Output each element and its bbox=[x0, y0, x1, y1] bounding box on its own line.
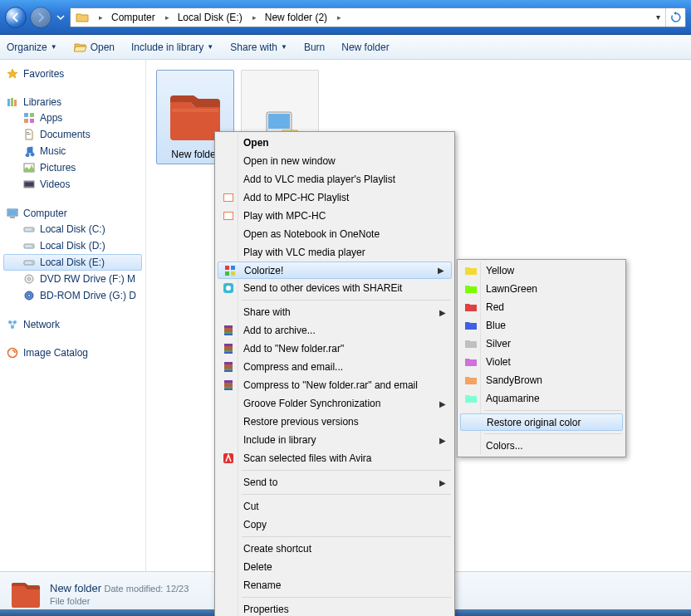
chevron-right-icon: ▶ bbox=[438, 266, 444, 275]
svg-rect-1 bbox=[11, 98, 13, 106]
star-icon bbox=[7, 68, 18, 80]
color-restore[interactable]: Restore original color bbox=[460, 413, 623, 431]
sidebar-item-documents[interactable]: Documents bbox=[0, 126, 145, 143]
libraries-group[interactable]: Libraries bbox=[0, 93, 145, 110]
ctx-play-vlc[interactable]: Play with VLC media player bbox=[217, 243, 453, 262]
svg-rect-8 bbox=[27, 134, 31, 134]
include-library-button[interactable]: Include in library ▼ bbox=[131, 42, 213, 53]
ctx-open-onenote[interactable]: Open as Notebook in OneNote bbox=[217, 225, 453, 243]
chevron-down-icon: ▼ bbox=[207, 43, 213, 51]
ctx-play-mpc[interactable]: Play with MPC-HC bbox=[217, 207, 453, 225]
shareit-icon bbox=[221, 281, 236, 296]
svg-point-46 bbox=[226, 286, 231, 291]
chevron-right-icon: ▶ bbox=[439, 308, 446, 317]
ctx-properties[interactable]: Properties bbox=[217, 600, 453, 616]
svg-rect-43 bbox=[225, 271, 229, 276]
sidebar-item-pictures[interactable]: Pictures bbox=[0, 159, 145, 176]
folder-icon bbox=[76, 11, 89, 24]
breadcrumb-folder[interactable]: New folder (2) bbox=[260, 8, 334, 27]
sidebar-item-dvd[interactable]: DVD RW Drive (F:) M bbox=[0, 271, 145, 287]
sidebar-item-bdrom[interactable]: BD-ROM Drive (G:) D bbox=[0, 287, 145, 304]
ctx-groove[interactable]: Groove Folder Synchronization▶ bbox=[217, 394, 453, 413]
sidebar-item-drive-e[interactable]: Local Disk (E:) bbox=[3, 254, 142, 271]
ctx-cut[interactable]: Cut bbox=[217, 497, 453, 516]
favorites-group[interactable]: Favorites bbox=[0, 65, 145, 81]
ctx-add-mpc[interactable]: Add to MPC-HC Playlist bbox=[217, 188, 453, 207]
ctx-include-library[interactable]: Include in library▶ bbox=[217, 431, 453, 449]
sidebar-item-drive-c[interactable]: Local Disk (C:) bbox=[0, 221, 145, 237]
svg-rect-38 bbox=[224, 194, 233, 201]
breadcrumb-computer[interactable]: Computer bbox=[106, 8, 162, 27]
rar-icon bbox=[221, 323, 236, 338]
svg-rect-2 bbox=[14, 100, 17, 106]
breadcrumb-drive[interactable]: Local Disk (E:) bbox=[173, 8, 249, 27]
organize-button[interactable]: Organize ▼ bbox=[7, 42, 57, 53]
breadcrumb-label: Local Disk (E:) bbox=[178, 12, 243, 23]
svg-rect-58 bbox=[224, 370, 233, 372]
svg-rect-0 bbox=[7, 99, 10, 106]
drive-icon bbox=[23, 223, 35, 235]
share-with-button[interactable]: Share with ▼ bbox=[230, 42, 287, 53]
color-sandybrown[interactable]: SandyBrown bbox=[459, 371, 624, 389]
svg-point-20 bbox=[32, 246, 33, 247]
sidebar-item-apps[interactable]: Apps bbox=[0, 110, 145, 126]
forward-button[interactable] bbox=[30, 7, 51, 28]
chevron-right-icon[interactable]: ▸ bbox=[249, 13, 260, 22]
color-yellow[interactable]: Yellow bbox=[459, 262, 624, 280]
picture-icon bbox=[23, 162, 35, 174]
color-more[interactable]: Colors... bbox=[459, 437, 624, 455]
image-catalog-group[interactable]: Image Catalog bbox=[0, 344, 145, 360]
sidebar-item-videos[interactable]: Videos bbox=[0, 176, 145, 193]
history-dropdown-icon[interactable] bbox=[56, 13, 65, 22]
ctx-restore-prev[interactable]: Restore previous versions bbox=[217, 413, 453, 431]
chevron-down-icon: ▼ bbox=[281, 43, 287, 51]
ctx-create-shortcut[interactable]: Create shortcut bbox=[217, 540, 453, 558]
address-bar[interactable]: ▸ Computer ▸ Local Disk (E:) ▸ New folde… bbox=[70, 7, 686, 27]
colorize-icon bbox=[223, 263, 238, 278]
ctx-send-to[interactable]: Send to▶ bbox=[217, 473, 453, 491]
ctx-share-with[interactable]: Share with▶ bbox=[217, 303, 453, 321]
ctx-add-archive[interactable]: Add to archive... bbox=[217, 321, 453, 340]
dvd-icon bbox=[23, 273, 35, 285]
folder-icon bbox=[8, 578, 42, 611]
color-violet[interactable]: Violet bbox=[459, 353, 624, 371]
ctx-open[interactable]: Open bbox=[217, 134, 453, 152]
avira-icon bbox=[221, 451, 236, 466]
sidebar-item-music[interactable]: Music bbox=[0, 143, 145, 159]
ctx-colorize[interactable]: Colorize!▶ bbox=[218, 262, 452, 279]
chevron-right-icon[interactable]: ▸ bbox=[162, 13, 173, 22]
network-group[interactable]: Network bbox=[0, 315, 145, 332]
refresh-button[interactable] bbox=[665, 8, 685, 27]
ctx-copy[interactable]: Copy bbox=[217, 516, 453, 534]
document-icon bbox=[23, 129, 35, 140]
ctx-add-vlc[interactable]: Add to VLC media player's Playlist bbox=[217, 170, 453, 188]
color-red[interactable]: Red bbox=[459, 298, 624, 316]
open-button[interactable]: Open bbox=[74, 42, 115, 53]
sidebar-item-drive-d[interactable]: Local Disk (D:) bbox=[0, 237, 145, 254]
back-button[interactable] bbox=[5, 7, 27, 28]
color-aquamarine[interactable]: Aquamarine bbox=[459, 389, 624, 408]
ctx-add-rar[interactable]: Add to "New folder.rar" bbox=[217, 340, 453, 358]
ctx-open-new-window[interactable]: Open in new window bbox=[217, 152, 453, 170]
chevron-right-icon[interactable]: ▸ bbox=[96, 13, 106, 22]
color-blue[interactable]: Blue bbox=[459, 316, 624, 335]
ctx-compress-email[interactable]: Compress and email... bbox=[217, 358, 453, 376]
chevron-right-icon[interactable]: ▸ bbox=[334, 13, 345, 22]
ctx-rename[interactable]: Rename bbox=[217, 576, 453, 594]
breadcrumb-root[interactable] bbox=[71, 8, 96, 27]
svg-rect-62 bbox=[224, 389, 233, 390]
burn-button[interactable]: Burn bbox=[304, 42, 325, 53]
bdrom-icon bbox=[23, 290, 35, 301]
color-lawngreen[interactable]: LawnGreen bbox=[459, 280, 624, 298]
ctx-shareit[interactable]: Send to other devices with SHAREit bbox=[217, 279, 453, 297]
svg-rect-61 bbox=[224, 387, 233, 389]
new-folder-button[interactable]: New folder bbox=[341, 42, 389, 53]
color-silver[interactable]: Silver bbox=[459, 335, 624, 353]
computer-group[interactable]: Computer bbox=[0, 204, 145, 221]
ctx-delete[interactable]: Delete bbox=[217, 558, 453, 576]
ctx-compress-rar-email[interactable]: Compress to "New folder.rar" and email bbox=[217, 376, 453, 394]
ctx-scan-avira[interactable]: Scan selected files with Avira bbox=[217, 449, 453, 467]
chevron-down-icon: ▼ bbox=[51, 43, 57, 51]
address-dropdown[interactable]: ▾ bbox=[650, 8, 665, 27]
svg-rect-50 bbox=[224, 334, 233, 335]
